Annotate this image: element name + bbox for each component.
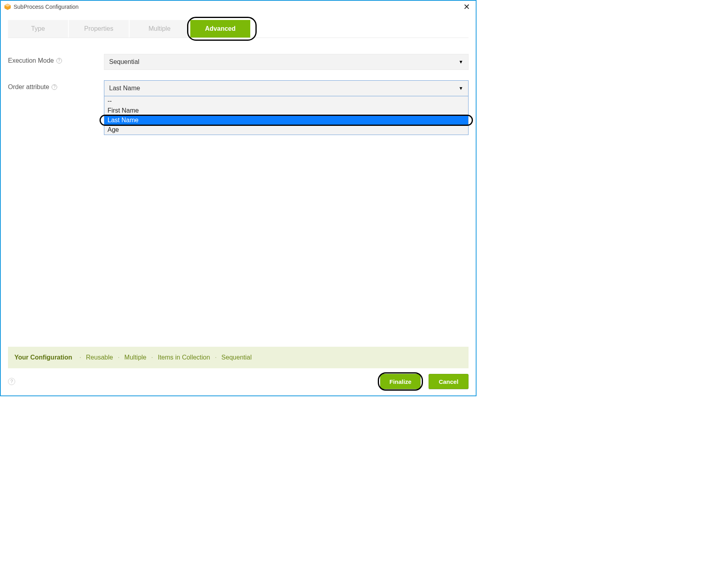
annotation-highlight [100,115,473,126]
select-value: Sequential [109,58,140,66]
config-item: Multiple [124,354,146,361]
option-text: Last Name [108,117,138,123]
content-area: Type Properties Multiple Advanced Execut… [1,13,476,347]
close-icon[interactable]: ✕ [461,3,473,11]
label-execution-mode: Execution Mode ? [8,54,104,64]
help-icon[interactable]: ? [52,84,57,90]
row-execution-mode: Execution Mode ? Sequential ▼ [8,54,469,70]
dialog-window: SubProcess Configuration ✕ Type Properti… [0,0,477,396]
help-icon[interactable]: ? [8,378,15,385]
chevron-down-icon: ▼ [459,85,463,91]
help-icon[interactable]: ? [56,58,62,64]
label-text: Execution Mode [8,57,54,64]
config-summary-bar: Your Configuration · Reusable · Multiple… [8,347,469,368]
config-item: Sequential [221,354,252,361]
config-label: Your Configuration [14,354,72,361]
button-row: ? Finalize Cancel [8,368,469,389]
footer: Your Configuration · Reusable · Multiple… [1,347,476,395]
config-item: Items in Collection [158,354,210,361]
dropdown-list: -- First Name Last Name Age [104,96,469,135]
titlebar: SubProcess Configuration ✕ [1,1,476,13]
option-last-name[interactable]: Last Name [104,115,468,125]
option-none[interactable]: -- [104,96,468,106]
tab-advanced[interactable]: Advanced [190,20,250,38]
tab-row: Type Properties Multiple Advanced [8,20,469,38]
select-value: Last Name [109,85,140,92]
app-icon [4,3,11,10]
tab-multiple[interactable]: Multiple [130,20,189,38]
select-order-attribute[interactable]: Last Name ▼ -- First Name Last Name Age [104,80,469,135]
label-text: Order attribute [8,83,49,91]
cancel-button[interactable]: Cancel [429,374,469,389]
label-order-attribute: Order attribute ? [8,80,104,91]
tab-properties[interactable]: Properties [69,20,129,38]
row-order-attribute: Order attribute ? Last Name ▼ -- First N… [8,80,469,135]
config-item: Reusable [86,354,113,361]
option-first-name[interactable]: First Name [104,106,468,115]
chevron-down-icon: ▼ [459,59,463,65]
select-execution-mode[interactable]: Sequential ▼ [104,54,469,70]
finalize-button[interactable]: Finalize [380,374,421,389]
tab-type[interactable]: Type [8,20,68,38]
form-area: Execution Mode ? Sequential ▼ Order attr… [8,38,469,347]
window-title: SubProcess Configuration [14,4,461,10]
option-age[interactable]: Age [104,125,468,135]
